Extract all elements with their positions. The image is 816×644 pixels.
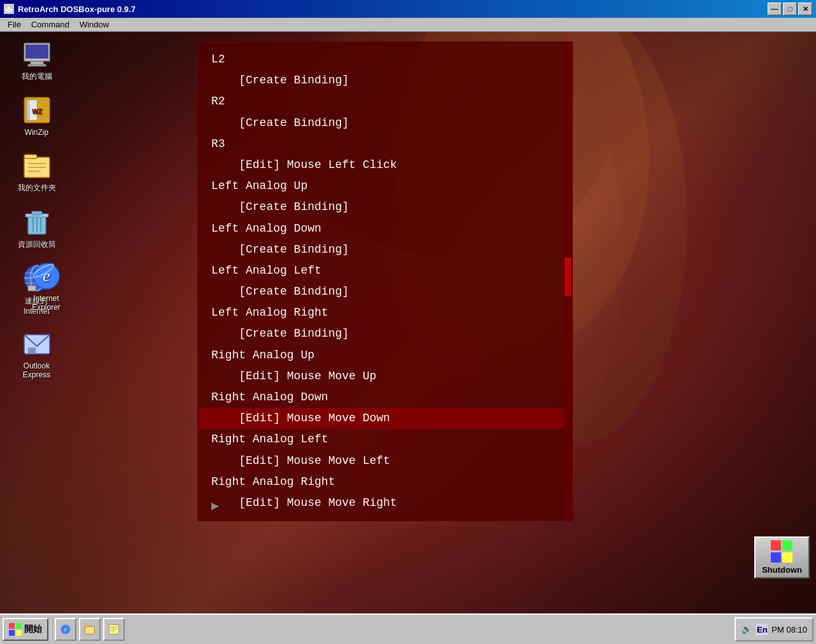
menu-item-right-analog-right[interactable]: Right Analog Right (199, 472, 572, 493)
title-bar-left: 🕹 RetroArch DOSBox-pure 0.9.7 (4, 4, 136, 14)
tray-clock: PM 08:10 (771, 625, 807, 634)
title-bar-title: RetroArch DOSBox-pure 0.9.7 (18, 4, 136, 14)
menu-item-left-analog-up-binding[interactable]: [Create Binding] (199, 197, 572, 218)
my-computer-label: 我的電腦 (22, 71, 52, 82)
menu-item-r2[interactable]: R2 (199, 91, 572, 112)
my-computer-icon (22, 38, 52, 69)
svg-rect-6 (25, 45, 48, 59)
retroarch-menu-panel: L2 [Create Binding] R2 [Create Binding] … (197, 41, 573, 521)
panel-scrollbar[interactable] (564, 43, 572, 520)
taskbar: 開始 e 🔊 En PM 08:10 (0, 613, 816, 644)
desktop-icon-my-computer[interactable]: 我的電腦 (13, 38, 60, 82)
menu-file[interactable]: File (3, 18, 26, 31)
desktop-icon-outlook[interactable]: OutlookExpress (13, 328, 60, 379)
title-bar: 🕹 RetroArch DOSBox-pure 0.9.7 — □ ✕ (0, 0, 816, 18)
winzip-icon: WZ (22, 95, 52, 125)
svg-rect-37 (85, 627, 95, 634)
ie-label: InternetExplorer (32, 294, 60, 312)
menu-item-left-analog-up[interactable]: Left Analog Up (199, 176, 572, 197)
menu-command[interactable]: Command (26, 18, 74, 31)
menu-item-left-analog-left-binding[interactable]: [Create Binding] (199, 281, 572, 302)
svg-rect-39 (109, 625, 119, 634)
svg-rect-31 (28, 347, 36, 354)
outlook-icon (22, 328, 52, 359)
taskbar-app-edit[interactable] (103, 618, 125, 641)
taskbar-ie-icon: e (60, 624, 71, 635)
svg-rect-38 (85, 626, 90, 627)
shutdown-button[interactable]: Shutdown (754, 536, 810, 578)
title-bar-app-icon: 🕹 (4, 4, 14, 14)
menu-item-right-analog-down[interactable]: Right Analog Down (199, 387, 572, 408)
my-documents-label: 我的文件夾 (18, 183, 56, 193)
menu-item-r2-binding[interactable]: [Create Binding] (199, 113, 572, 134)
menu-item-l2[interactable]: L2 (199, 49, 572, 70)
desktop-icon-my-documents[interactable]: 我的文件夾 (13, 150, 60, 193)
taskbar-explorer-icon (84, 624, 95, 635)
winzip-label: WinZip (25, 128, 48, 137)
menu-item-l2-binding[interactable]: [Create Binding] (199, 70, 572, 91)
menu-item-right-analog-right-edit[interactable]: [Edit] Mouse Move Right (199, 493, 572, 514)
outlook-label: OutlookExpress (23, 361, 50, 379)
panel-scrollbar-thumb[interactable] (565, 258, 571, 296)
tray-speaker-icon[interactable]: 🔊 (741, 624, 752, 635)
menu-item-right-analog-down-edit[interactable]: [Edit] Mouse Move Down (199, 408, 572, 429)
system-tray: 🔊 En PM 08:10 (735, 617, 813, 641)
menu-item-r3-edit[interactable]: [Edit] Mouse Left Click (199, 155, 572, 176)
svg-text:e: e (64, 626, 67, 633)
menu-item-r3[interactable]: R3 (199, 134, 572, 155)
menu-item-left-analog-right-binding[interactable]: [Create Binding] (199, 323, 572, 344)
windows-logo-shutdown (771, 540, 794, 563)
svg-rect-14 (24, 155, 37, 158)
my-documents-icon (22, 150, 52, 180)
tray-language-indicator[interactable]: En (756, 624, 768, 635)
desktop-icon-winzip[interactable]: WZ WinZip (13, 95, 60, 137)
taskbar-app-explorer[interactable] (79, 618, 101, 641)
menu-window[interactable]: Window (74, 18, 114, 31)
taskbar-app-ie[interactable]: e (55, 618, 76, 641)
svg-text:e: e (43, 267, 50, 285)
minimize-button[interactable]: — (768, 3, 782, 15)
taskbar-separator-1 (51, 618, 52, 641)
desktop-icons: 我的電腦 WZ WinZip (13, 38, 60, 137)
menu-item-left-analog-left[interactable]: Left Analog Left (199, 260, 572, 281)
recycle-icon (22, 206, 52, 237)
svg-rect-20 (32, 211, 42, 215)
start-label: 開始 (24, 624, 42, 635)
desktop-icon-ie[interactable]: e InternetExplorer (22, 261, 70, 312)
ie-icon: e (31, 261, 62, 291)
windows-logo-start (9, 623, 22, 636)
desktop: 我的電腦 WZ WinZip (0, 32, 816, 613)
shutdown-label: Shutdown (762, 565, 802, 575)
maximize-button[interactable]: □ (783, 3, 797, 15)
menu-item-right-analog-left[interactable]: Right Analog Left (199, 429, 572, 450)
cursor-arrow: ▶ (211, 498, 219, 514)
svg-text:WZ: WZ (32, 108, 42, 115)
svg-rect-7 (31, 62, 43, 64)
start-button[interactable]: 開始 (3, 618, 48, 641)
menu-item-right-analog-left-edit[interactable]: [Edit] Mouse Move Left (199, 451, 572, 472)
close-button[interactable]: ✕ (798, 3, 812, 15)
menu-item-right-analog-up-edit[interactable]: [Edit] Mouse Move Up (199, 366, 572, 387)
menu-item-right-analog-up[interactable]: Right Analog Up (199, 345, 572, 366)
menu-item-left-analog-down-binding[interactable]: [Create Binding] (199, 239, 572, 260)
recycle-label: 資源回收筒 (18, 239, 56, 250)
menu-item-left-analog-down[interactable]: Left Analog Down (199, 218, 572, 239)
menu-bar: File Command Window (0, 18, 816, 32)
svg-rect-8 (28, 64, 46, 66)
title-bar-controls: — □ ✕ (768, 3, 812, 15)
desktop-icon-recycle[interactable]: 資源回收筒 (13, 206, 60, 250)
taskbar-edit-icon (108, 624, 120, 635)
menu-item-left-analog-right[interactable]: Left Analog Right (199, 302, 572, 323)
